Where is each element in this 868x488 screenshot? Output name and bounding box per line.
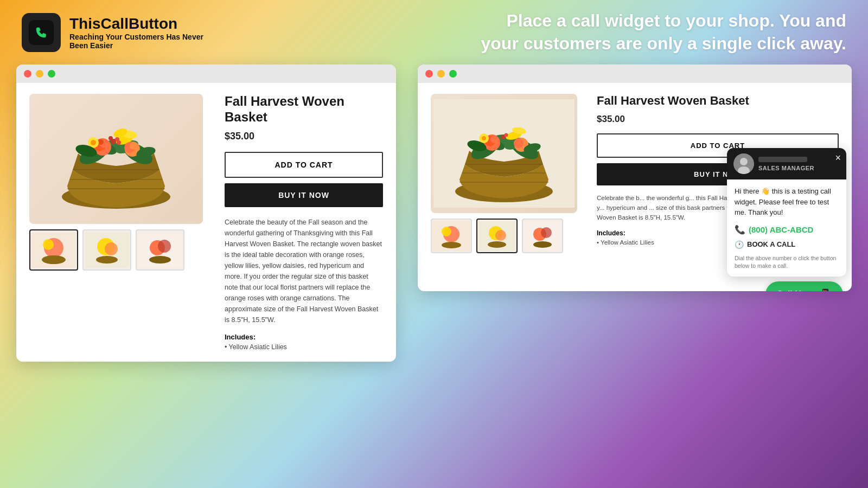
left-add-to-cart-button[interactable]: ADD TO CART [225, 152, 383, 178]
svg-point-23 [117, 140, 121, 145]
phone-number[interactable]: (800) ABC-ABCD [749, 225, 813, 234]
left-thumbnail-row [29, 229, 214, 271]
left-buy-it-now-button[interactable]: BUY IT NOW [225, 183, 383, 207]
left-product-description: Celebrate the beauty of the Fall season … [225, 217, 383, 325]
thumbnail-2[interactable] [82, 229, 131, 271]
widget-body: Hi there 👋 this is a testing call widget… [727, 179, 846, 277]
product-image-svg [40, 99, 192, 219]
left-includes-list: • Yellow Asiatic Lilies [225, 343, 383, 351]
minimize-dot-right[interactable] [437, 70, 445, 78]
left-product-title: Fall Harvest Woven Basket [225, 94, 383, 125]
call-widget: SALES MANAGER × Hi there 👋 this is a tes… [727, 148, 846, 277]
brand-name: ThisCallButton [69, 15, 203, 33]
left-browser-titlebar [16, 65, 396, 83]
svg-point-66 [442, 227, 451, 236]
left-main-product-image [29, 94, 203, 224]
svg-point-38 [158, 240, 171, 253]
svg-point-70 [495, 230, 506, 241]
agent-title: SALES MANAGER [758, 165, 840, 171]
left-product-details: Fall Harvest Woven Basket $35.00 ADD TO … [214, 94, 383, 351]
thumb-img-3 [138, 233, 182, 268]
brand-text: ThisCallButton Reaching Your Customers H… [69, 15, 203, 50]
thumb-img-1 [32, 233, 75, 268]
right-product-title: Fall Harvest Woven Basket [597, 94, 839, 108]
svg-point-35 [96, 256, 118, 264]
widget-header: SALES MANAGER × [727, 148, 846, 179]
widget-close-button[interactable]: × [835, 152, 841, 164]
svg-point-25 [91, 140, 96, 145]
svg-point-71 [488, 241, 506, 248]
main-content: Fall Harvest Woven Basket $35.00 ADD TO … [0, 65, 868, 362]
call-now-label: Call Now [776, 290, 813, 291]
left-browser-body: Fall Harvest Woven Basket $35.00 ADD TO … [16, 83, 396, 362]
right-thumb-2 [478, 221, 516, 251]
right-browser-body: Fall Harvest Woven Basket $35.00 ADD TO … [418, 83, 852, 291]
right-thumbnail-3[interactable] [522, 219, 563, 253]
right-browser-window: Fall Harvest Woven Basket $35.00 ADD TO … [418, 65, 852, 291]
svg-point-61 [482, 136, 486, 140]
left-product-images [29, 94, 214, 351]
right-product-image-svg [433, 99, 575, 208]
thumbnail-1[interactable] [29, 229, 78, 271]
right-thumbnail-row [431, 219, 588, 253]
svg-point-67 [442, 242, 461, 248]
right-thumbnail-1[interactable] [431, 219, 472, 253]
minimize-dot-left[interactable] [36, 70, 43, 78]
right-thumb-3 [524, 221, 561, 251]
widget-agent-info: SALES MANAGER [758, 157, 840, 171]
right-thumbnail-2[interactable] [476, 219, 518, 253]
right-browser-titlebar [418, 65, 852, 83]
svg-point-31 [42, 255, 66, 264]
header-slogan: Place a call widget to your shop. You an… [467, 10, 846, 55]
left-product-price: $35.00 [225, 131, 383, 142]
phone-green-icon: 📞 [735, 224, 745, 235]
svg-point-34 [105, 242, 118, 255]
svg-point-55 [490, 136, 498, 143]
svg-point-59 [505, 133, 508, 137]
close-dot-left[interactable] [24, 70, 31, 78]
widget-message: Hi there 👋 this is a testing call widget… [735, 186, 839, 218]
left-includes-title: Includes: [225, 333, 383, 341]
left-browser-window: Fall Harvest Woven Basket $35.00 ADD TO … [16, 65, 396, 362]
svg-point-19 [130, 142, 137, 150]
thumbnail-3[interactable] [136, 229, 184, 271]
maximize-dot-left[interactable] [48, 70, 55, 78]
brand: ThisCallButton Reaching Your Customers H… [22, 13, 203, 52]
right-product-price: $35.00 [597, 114, 839, 125]
widget-instruction: Dial the above number o click the button… [735, 254, 839, 270]
call-now-phone-icon: 📱 [819, 288, 832, 291]
agent-avatar [733, 153, 754, 174]
svg-point-22 [108, 136, 113, 140]
svg-point-16 [98, 139, 104, 145]
brand-logo [22, 13, 61, 52]
brand-tagline: Reaching Your Customers Has Never Been E… [69, 33, 203, 50]
svg-point-57 [514, 138, 524, 148]
left-shop-content: Fall Harvest Woven Basket $35.00 ADD TO … [16, 83, 396, 362]
header: ThisCallButton Reaching Your Customers H… [0, 0, 868, 65]
agent-avatar-svg [733, 153, 754, 174]
right-product-images [431, 94, 588, 253]
svg-point-30 [43, 239, 54, 250]
clock-icon: 🕐 [735, 240, 744, 249]
thumb-img-2 [85, 233, 129, 268]
svg-point-39 [149, 256, 171, 264]
right-thumb-1 [432, 221, 470, 251]
svg-point-77 [740, 158, 748, 165]
phone-icon [29, 20, 54, 45]
svg-point-74 [541, 227, 552, 238]
right-main-product-image [431, 94, 577, 213]
book-call-button[interactable]: 🕐 BOOK A CALL [735, 240, 839, 249]
call-now-float-button[interactable]: Call Now 📱 [765, 281, 843, 291]
right-shop-content: Fall Harvest Woven Basket $35.00 ADD TO … [418, 83, 852, 264]
book-call-label: BOOK A CALL [747, 240, 795, 248]
close-dot-right[interactable] [425, 70, 433, 78]
svg-point-75 [533, 241, 552, 248]
maximize-dot-right[interactable] [449, 70, 457, 78]
svg-rect-0 [29, 20, 54, 45]
agent-name-bar [758, 157, 807, 162]
widget-phone: 📞 (800) ABC-ABCD [735, 224, 839, 235]
